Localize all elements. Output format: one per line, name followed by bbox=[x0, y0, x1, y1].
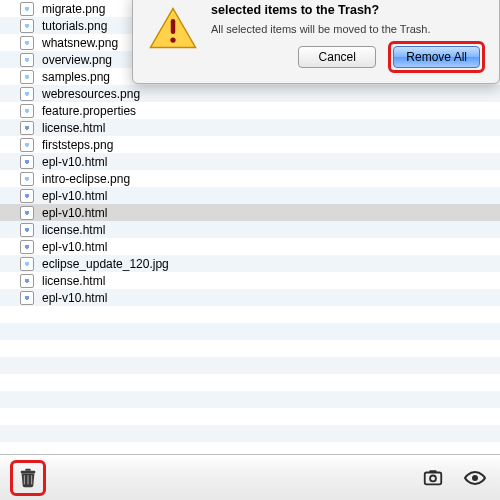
file-name-label: overview.png bbox=[42, 53, 112, 67]
file-row[interactable]: epl-v10.html bbox=[0, 238, 500, 255]
svg-rect-0 bbox=[21, 470, 36, 473]
file-name-label: webresources.png bbox=[42, 87, 140, 101]
remove-all-button-label: Remove All bbox=[406, 50, 467, 64]
file-type-icon bbox=[20, 2, 34, 16]
file-type-icon bbox=[20, 240, 34, 254]
file-row[interactable]: epl-v10.html bbox=[0, 153, 500, 170]
trash-icon bbox=[17, 467, 39, 489]
file-name-label: epl-v10.html bbox=[42, 240, 107, 254]
camera-target-icon bbox=[422, 467, 444, 489]
eye-icon bbox=[463, 466, 487, 490]
svg-point-8 bbox=[170, 37, 175, 42]
file-row[interactable]: eclipse_update_120.jpg bbox=[0, 255, 500, 272]
trash-button-highlight bbox=[10, 460, 46, 496]
alert-icon bbox=[149, 7, 197, 55]
preview-button[interactable] bbox=[460, 465, 490, 491]
remove-all-highlight: Remove All bbox=[388, 41, 485, 73]
file-name-label: intro-eclipse.png bbox=[42, 172, 130, 186]
dialog-subtitle: All selected items will be moved to the … bbox=[211, 23, 483, 35]
file-name-label: whatsnew.png bbox=[42, 36, 118, 50]
file-row[interactable]: firststeps.png bbox=[0, 136, 500, 153]
svg-point-4 bbox=[430, 475, 436, 481]
file-name-label: license.html bbox=[42, 223, 105, 237]
trash-button[interactable] bbox=[15, 465, 41, 491]
svg-rect-1 bbox=[25, 468, 31, 470]
file-type-icon bbox=[20, 257, 34, 271]
file-name-label: license.html bbox=[42, 121, 105, 135]
file-type-icon bbox=[20, 104, 34, 118]
file-type-icon bbox=[20, 138, 34, 152]
file-type-icon bbox=[20, 274, 34, 288]
file-name-label: feature.properties bbox=[42, 104, 136, 118]
file-type-icon bbox=[20, 53, 34, 67]
remove-all-button[interactable]: Remove All bbox=[393, 46, 480, 68]
svg-rect-3 bbox=[429, 470, 436, 473]
svg-rect-7 bbox=[171, 19, 176, 34]
file-type-icon bbox=[20, 172, 34, 186]
file-type-icon bbox=[20, 223, 34, 237]
file-row[interactable]: webresources.png bbox=[0, 85, 500, 102]
file-row[interactable]: epl-v10.html bbox=[0, 187, 500, 204]
file-row[interactable]: epl-v10.html bbox=[0, 204, 500, 221]
file-name-label: license.html bbox=[42, 274, 105, 288]
file-type-icon bbox=[20, 70, 34, 84]
file-type-icon bbox=[20, 121, 34, 135]
svg-point-5 bbox=[472, 475, 478, 481]
file-row[interactable]: license.html bbox=[0, 221, 500, 238]
file-name-label: firststeps.png bbox=[42, 138, 113, 152]
file-type-icon bbox=[20, 87, 34, 101]
file-name-label: epl-v10.html bbox=[42, 206, 107, 220]
file-type-icon bbox=[20, 291, 34, 305]
file-row[interactable]: feature.properties bbox=[0, 102, 500, 119]
confirm-trash-dialog: selected items to the Trash? All selecte… bbox=[132, 0, 500, 84]
file-row[interactable]: license.html bbox=[0, 272, 500, 289]
cancel-button[interactable]: Cancel bbox=[298, 46, 376, 68]
bottom-toolbar bbox=[0, 454, 500, 500]
file-name-label: epl-v10.html bbox=[42, 291, 107, 305]
file-name-label: tutorials.png bbox=[42, 19, 107, 33]
file-type-icon bbox=[20, 155, 34, 169]
reveal-button[interactable] bbox=[418, 465, 448, 491]
file-name-label: epl-v10.html bbox=[42, 155, 107, 169]
file-name-label: epl-v10.html bbox=[42, 189, 107, 203]
file-type-icon bbox=[20, 206, 34, 220]
file-type-icon bbox=[20, 189, 34, 203]
file-row[interactable]: license.html bbox=[0, 119, 500, 136]
dialog-title: selected items to the Trash? bbox=[211, 3, 483, 19]
file-row[interactable]: intro-eclipse.png bbox=[0, 170, 500, 187]
file-type-icon bbox=[20, 19, 34, 33]
file-row[interactable]: epl-v10.html bbox=[0, 289, 500, 306]
file-name-label: eclipse_update_120.jpg bbox=[42, 257, 169, 271]
file-name-label: samples.png bbox=[42, 70, 110, 84]
list-background-stripes bbox=[0, 306, 500, 454]
file-type-icon bbox=[20, 36, 34, 50]
cancel-button-label: Cancel bbox=[319, 50, 356, 64]
svg-rect-2 bbox=[425, 472, 442, 484]
file-name-label: migrate.png bbox=[42, 2, 105, 16]
